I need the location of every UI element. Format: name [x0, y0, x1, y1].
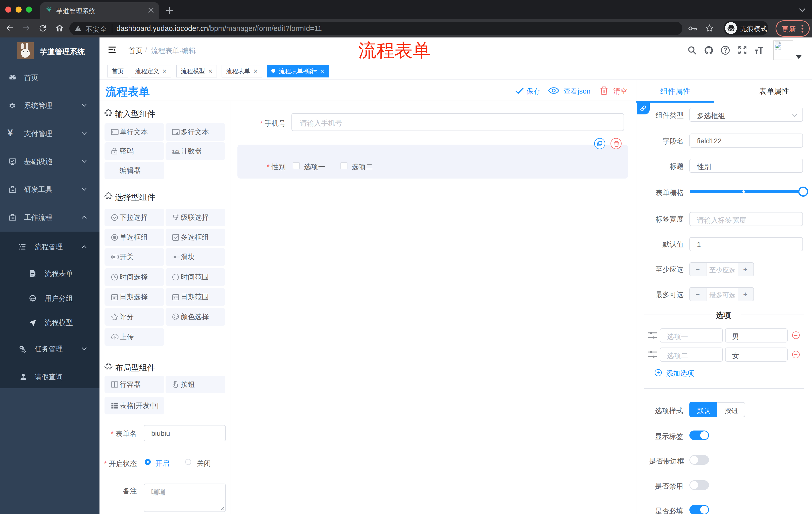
svg-text:123: 123: [172, 149, 179, 154]
